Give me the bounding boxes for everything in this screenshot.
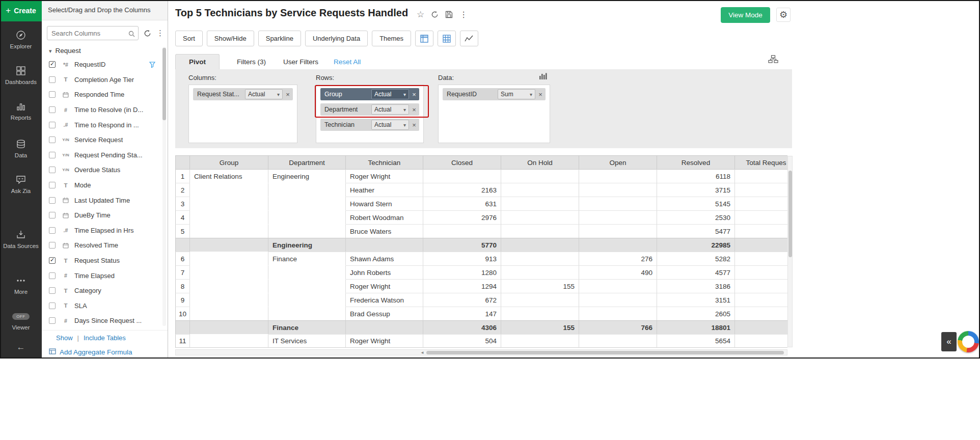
field-item-time-to-respond-in[interactable]: .#Time to Respond in ... xyxy=(42,117,160,132)
field-item-request-pending-sta[interactable]: Y/NRequest Pending Sta... xyxy=(42,148,160,163)
sidebar-item-viewer[interactable]: OFFViewer xyxy=(0,311,42,331)
checkbox[interactable] xyxy=(49,61,56,68)
remove-icon[interactable]: × xyxy=(409,106,419,114)
field-item-sla[interactable]: TSLA xyxy=(42,298,160,314)
include-tables-link[interactable]: Include Tables xyxy=(84,334,126,342)
chip-technician[interactable]: TechnicianActual▾× xyxy=(320,119,419,131)
themes-button[interactable]: Themes xyxy=(372,31,411,46)
view-mode-button[interactable]: View Mode xyxy=(721,7,770,23)
horizontal-scrollbar[interactable]: ◄ xyxy=(175,349,787,355)
kebab-menu-icon[interactable]: ⋮ xyxy=(459,10,468,19)
sort-button[interactable]: Sort xyxy=(175,31,203,46)
field-item-time-elapsed[interactable]: #Time Elapsed xyxy=(42,268,160,283)
sidebar-item-data[interactable]: Data xyxy=(0,139,42,159)
remove-icon[interactable]: × xyxy=(409,91,419,98)
field-item-mode[interactable]: TMode xyxy=(42,178,160,193)
sidebar-item-reports[interactable]: Reports xyxy=(0,101,42,121)
kebab-menu-icon[interactable]: ⋮ xyxy=(156,29,164,38)
checkbox[interactable] xyxy=(49,106,56,113)
refresh-report-icon[interactable] xyxy=(431,11,439,18)
aggregation-select[interactable]: Actual▾ xyxy=(371,120,409,130)
compact-view-icon[interactable] xyxy=(438,31,456,46)
add-aggregate-button[interactable]: Add Aggregate Formula xyxy=(42,345,168,359)
vertical-scrollbar[interactable] xyxy=(787,156,793,347)
tab-pivot[interactable]: Pivot xyxy=(175,54,220,69)
checkbox[interactable] xyxy=(49,197,56,204)
checkbox[interactable] xyxy=(49,152,56,158)
field-item-completion-age-tier[interactable]: TCompletion Age Tier xyxy=(42,72,160,88)
sparkline-button[interactable]: Sparkline xyxy=(258,31,301,46)
scrollbar-thumb[interactable] xyxy=(788,171,792,257)
sidebar-item-data-sources[interactable]: Data Sources xyxy=(0,229,42,250)
field-item-last-updated-time[interactable]: Last Updated Time xyxy=(42,193,160,208)
collapse-sidebar-icon[interactable]: ← xyxy=(0,342,42,352)
filter-icon[interactable] xyxy=(149,62,155,68)
chip-group[interactable]: GroupActual▾× xyxy=(320,88,419,100)
chip-department[interactable]: DepartmentActual▾× xyxy=(320,103,419,116)
field-item-requestid[interactable]: *#RequestID xyxy=(42,57,160,72)
checkbox[interactable] xyxy=(49,212,56,218)
checkbox[interactable] xyxy=(49,287,56,294)
hierarchy-icon[interactable] xyxy=(768,55,778,65)
trend-view-icon[interactable] xyxy=(460,31,478,46)
checkbox[interactable] xyxy=(49,136,56,143)
field-item-resolved-time[interactable]: Resolved Time xyxy=(42,238,160,253)
field-item-service-request[interactable]: Y/NService Request xyxy=(42,132,160,148)
remove-icon[interactable]: × xyxy=(283,91,293,98)
zoho-logo-icon[interactable] xyxy=(958,331,979,352)
checkbox[interactable] xyxy=(49,122,56,128)
table-tree-header[interactable]: ▾Request xyxy=(49,47,81,54)
data-dropzone[interactable]: RequestIDSum▾× xyxy=(438,85,550,143)
tab-user-filters[interactable]: User Filters xyxy=(283,58,318,69)
sidebar-item-more[interactable]: More xyxy=(0,275,42,295)
show-link[interactable]: Show xyxy=(56,334,73,342)
underlying-data-button[interactable]: Underlying Data xyxy=(305,31,368,46)
sidebar-item-ask-zia[interactable]: Ask Zia xyxy=(0,174,42,195)
checkbox[interactable] xyxy=(49,272,56,279)
collapse-panel-button[interactable]: « xyxy=(941,332,957,351)
rows-dropzone[interactable]: GroupActual▾×DepartmentActual▾×Technicia… xyxy=(316,85,424,143)
field-item-time-elapsed-in-hrs[interactable]: .#Time Elapsed in Hrs xyxy=(42,223,160,238)
scrollbar-thumb[interactable] xyxy=(162,48,166,120)
field-item-overdue-status[interactable]: Y/NOverdue Status xyxy=(42,162,160,178)
aggregation-select[interactable]: Actual▾ xyxy=(371,104,409,115)
tab-filters[interactable]: Filters (3) xyxy=(237,58,266,69)
columns-dropzone[interactable]: Request Stat...Actual▾× xyxy=(188,85,297,143)
aggregation-select[interactable]: Actual▾ xyxy=(371,89,409,99)
create-button[interactable]: + Create xyxy=(0,0,42,21)
checkbox[interactable] xyxy=(49,227,56,234)
grid-view-icon[interactable] xyxy=(415,31,433,46)
chip-request-stat[interactable]: Request Stat...Actual▾× xyxy=(193,88,293,100)
field-item-time-to-resolve-in-d[interactable]: #Time to Resolve (in D... xyxy=(42,102,160,118)
field-item-request-status[interactable]: TRequest Status xyxy=(42,253,160,268)
checkbox[interactable] xyxy=(49,167,56,173)
aggregation-select[interactable]: Actual▾ xyxy=(245,89,283,99)
chart-layout-icon[interactable] xyxy=(539,72,547,81)
field-item-dueby-time[interactable]: DueBy Time xyxy=(42,208,160,223)
checkbox[interactable] xyxy=(49,242,56,249)
show-hide-button[interactable]: Show/Hide xyxy=(207,31,254,46)
checkbox[interactable] xyxy=(49,182,56,188)
remove-icon[interactable]: × xyxy=(409,121,419,129)
checkbox[interactable] xyxy=(49,257,56,264)
refresh-icon[interactable] xyxy=(144,30,151,37)
sidebar-item-dashboards[interactable]: Dashboards xyxy=(0,65,42,86)
chip-requestid[interactable]: RequestIDSum▾× xyxy=(443,88,546,100)
checkbox[interactable] xyxy=(49,76,56,83)
scrollbar-thumb[interactable] xyxy=(426,351,784,354)
search-input[interactable] xyxy=(47,27,125,39)
favorite-star-icon[interactable]: ☆ xyxy=(417,9,424,20)
reset-all-link[interactable]: Reset All xyxy=(334,58,361,69)
field-item-days-since-request[interactable]: #Days Since Request ... xyxy=(42,313,160,328)
field-item-category[interactable]: TCategory xyxy=(42,283,160,298)
settings-gear-icon[interactable]: ⚙ xyxy=(776,8,791,22)
sidebar-item-explorer[interactable]: Explorer xyxy=(0,30,42,50)
checkbox[interactable] xyxy=(49,91,56,98)
save-icon[interactable] xyxy=(445,11,453,18)
remove-icon[interactable]: × xyxy=(535,91,546,98)
field-list-scrollbar[interactable] xyxy=(162,47,166,326)
field-item-responded-time[interactable]: Responded Time xyxy=(42,87,160,102)
aggregation-select[interactable]: Sum▾ xyxy=(498,89,535,99)
checkbox[interactable] xyxy=(49,317,56,324)
checkbox[interactable] xyxy=(49,302,56,309)
